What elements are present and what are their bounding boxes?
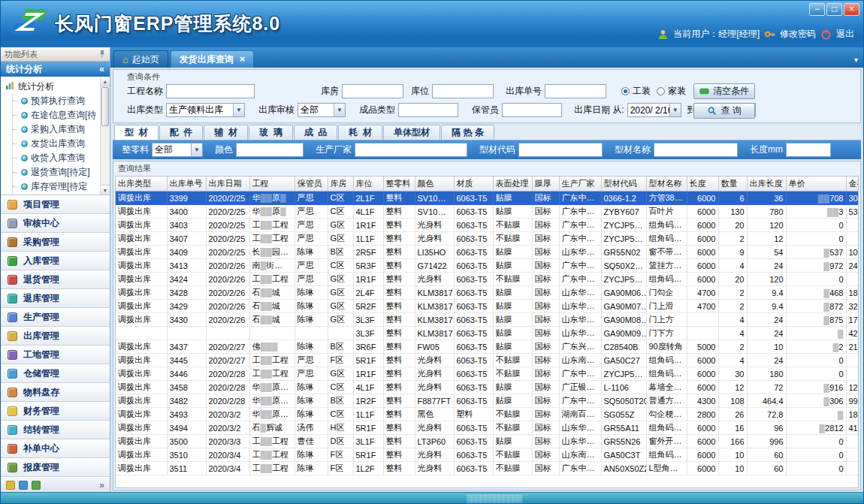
- column-header[interactable]: 出库日期: [206, 177, 249, 192]
- table-row[interactable]: 调拨出库35112020/3/4工▒▒工程陈琳F区1L2F整料光身料6063-T…: [116, 462, 859, 475]
- table-row[interactable]: 调拨出库35102020/3/4工▒▒工程陈琳F区5R1F整料光身料6063-T…: [116, 448, 859, 462]
- location-input[interactable]: [432, 84, 494, 98]
- column-header[interactable]: 表面处理: [493, 177, 532, 192]
- column-header[interactable]: 库位: [353, 177, 383, 192]
- material-tab[interactable]: 辅 材: [204, 125, 248, 140]
- sidebar-item[interactable]: 采购管理: [1, 233, 110, 252]
- scroll-down-icon[interactable]: ▼: [101, 185, 110, 195]
- project-name-input[interactable]: [166, 84, 255, 98]
- table-row[interactable]: 调拨出库34092020/2/25长▒▒园…陈琳B区2R5F整料LI35HO60…: [116, 246, 859, 259]
- tab-home[interactable]: ⌂起始页: [113, 50, 168, 68]
- table-row[interactable]: 调拨出库34582020/2/28华▒▒原…陈琳C区4L1F整料光身料6063-…: [116, 381, 859, 394]
- sidebar-item[interactable]: 报废管理: [1, 458, 110, 477]
- column-header[interactable]: 金额: [846, 177, 859, 192]
- profile-code-input[interactable]: [518, 143, 603, 157]
- column-header[interactable]: 出库单号: [167, 177, 206, 192]
- tree-item[interactable]: 库存管理[待定: [13, 180, 98, 194]
- column-header[interactable]: 生产厂家: [559, 177, 601, 192]
- out-type-combo[interactable]: 生产领料出库 ▼: [166, 103, 245, 117]
- table-row[interactable]: 调拨出库34282020/2/26石▒▒城陈琳G区2L4F整料KLM381760…: [116, 286, 859, 300]
- tree-item[interactable]: 发货出库查询: [13, 137, 98, 151]
- sidebar-item[interactable]: 出库管理: [1, 327, 110, 346]
- length-input[interactable]: [786, 143, 831, 157]
- column-header[interactable]: 工程: [249, 177, 295, 192]
- table-row[interactable]: 调拨出库34372020/2/27佛▒▒▒陈琳B区3R6F整料FW056063-…: [116, 340, 859, 354]
- close-button[interactable]: ×: [844, 3, 859, 16]
- minimize-button[interactable]: −: [809, 3, 825, 16]
- table-row[interactable]: 调拨出库34822020/2/28华▒▒原…陈琳B区1R2F整料F8877FT6…: [116, 394, 859, 408]
- material-tab[interactable]: 耗 材: [338, 125, 382, 140]
- chevron-down-icon[interactable]: ▼: [334, 104, 345, 116]
- chevron-down-icon[interactable]: ▼: [233, 104, 244, 116]
- chevron-down-icon[interactable]: ▼: [669, 104, 681, 116]
- table-row[interactable]: 调拨出库34462020/2/28工▒▒工程严思G区1R1F整料光身料6063-…: [116, 367, 859, 381]
- tree-scrollbar[interactable]: ▲ ▼: [100, 77, 110, 195]
- tree-root[interactable]: 统计分析: [5, 79, 98, 94]
- table-row[interactable]: 调拨出库34072020/2/25工▒▒工程严思G区1L1F整料光身料6063-…: [116, 232, 859, 246]
- product-type-input[interactable]: [398, 103, 458, 117]
- folder-icon[interactable]: [32, 481, 41, 490]
- chevron-down-icon[interactable]: ▼: [191, 143, 202, 156]
- tab-shipment-query[interactable]: 发货出库查询×: [171, 50, 255, 68]
- column-header[interactable]: 型材代码: [601, 177, 646, 192]
- column-header[interactable]: 库房: [328, 177, 353, 192]
- maximize-button[interactable]: □: [826, 3, 842, 16]
- column-header[interactable]: 颜色: [415, 177, 454, 192]
- sidebar-item[interactable]: 审核中心: [1, 214, 110, 233]
- scroll-up-icon[interactable]: ▲: [101, 77, 110, 86]
- date-from-picker[interactable]: 2020/ 2/16 ▼: [627, 103, 681, 117]
- sidebar-item[interactable]: 补单中心: [1, 439, 110, 458]
- tab-close-icon[interactable]: ×: [240, 56, 246, 63]
- radio-gongzhuang[interactable]: 工装: [621, 85, 651, 98]
- audit-combo[interactable]: 全部 ▼: [298, 103, 346, 117]
- material-tab[interactable]: 玻 璃: [249, 125, 293, 140]
- column-header[interactable]: 长度: [687, 177, 718, 192]
- table-row[interactable]: 调拨出库34132020/2/26南▒街…严思C区5R3F整料G71422606…: [116, 259, 859, 273]
- table-row[interactable]: 调拨出库34242020/2/26工▒▒工程严思G区1R1F整料光身料6063-…: [116, 273, 859, 286]
- search-button[interactable]: 查 询: [693, 103, 755, 119]
- sidebar-item[interactable]: 仓储管理: [1, 364, 110, 383]
- column-header[interactable]: 数量: [718, 177, 747, 192]
- column-header[interactable]: 整零料: [383, 177, 415, 192]
- column-header[interactable]: 材质: [454, 177, 493, 192]
- keeper-input[interactable]: [502, 103, 562, 117]
- logout-link[interactable]: 退出: [836, 28, 854, 41]
- scrollbar-thumb[interactable]: [101, 87, 109, 126]
- column-header[interactable]: 出库长度: [747, 177, 786, 192]
- column-header[interactable]: 出库类型: [116, 177, 167, 192]
- sidebar-section-statistics[interactable]: 统计分析 «: [1, 62, 110, 77]
- column-header[interactable]: 膜厚: [532, 177, 559, 192]
- sidebar-item[interactable]: 生产管理: [1, 308, 110, 327]
- sidebar-item[interactable]: 退货管理: [1, 270, 110, 289]
- sidebar-item[interactable]: 物料盘存: [1, 383, 110, 402]
- material-tab[interactable]: 成 品: [294, 125, 338, 140]
- material-tab[interactable]: 配 件: [159, 125, 204, 140]
- results-table-scroll[interactable]: 出库类型出库单号出库日期工程保管员库房库位整零料颜色材质表面处理膜厚生产厂家型材…: [115, 176, 859, 488]
- material-tab[interactable]: 型 材: [114, 125, 159, 140]
- collapse-icon[interactable]: «: [99, 64, 104, 74]
- table-row[interactable]: 3L3F整料KLM38176063-T5贴膜国标山东华…GA90M09…门下方4…: [116, 327, 859, 340]
- profile-name-input[interactable]: [654, 143, 738, 157]
- color-input[interactable]: [236, 143, 304, 157]
- material-tab[interactable]: 单体型材: [383, 125, 440, 140]
- table-row[interactable]: 调拨出库34302020/2/26石▒▒城陈琳G区3L3F整料KLM381760…: [116, 313, 859, 327]
- column-header[interactable]: 保管员: [295, 177, 328, 192]
- table-row[interactable]: 调拨出库33992020/2/25华▒▒原▒严思C区2L1F整料SV10…606…: [116, 192, 859, 205]
- monitor-icon[interactable]: [19, 481, 28, 490]
- sidebar-item[interactable]: 退库管理: [1, 289, 110, 308]
- tab-overflow-icon[interactable]: ▾: [854, 56, 858, 64]
- order-no-input[interactable]: [545, 84, 606, 98]
- clear-conditions-button[interactable]: 清空条件: [693, 83, 755, 99]
- chart-icon[interactable]: [6, 481, 15, 490]
- sidebar-item[interactable]: 结转管理: [1, 421, 110, 439]
- table-row[interactable]: 调拨出库34452020/2/27工▒▒工程严思F区5R1F整料光身料6063-…: [116, 354, 859, 367]
- tree-item[interactable]: 收货入库查询: [13, 151, 98, 165]
- table-row[interactable]: 调拨出库34942020/3/2石▒辉诚汤伟H区5R1F整料光身料6063-T5…: [116, 421, 859, 435]
- tree-item[interactable]: 退货查询[待定]: [13, 165, 98, 180]
- warehouse-input[interactable]: [342, 84, 403, 98]
- column-header[interactable]: 型材名称: [646, 177, 687, 192]
- change-password-link[interactable]: 修改密码: [780, 28, 816, 41]
- table-row[interactable]: 调拨出库35002020/3/3工▒▒工程曹佳D区3L1F整料LT3P60606…: [116, 435, 859, 448]
- table-row[interactable]: 调拨出库34932020/3/2华▒▒原…陈琳C区1L1F整料黑色塑料不贴膜国标…: [116, 408, 859, 421]
- tree-item[interactable]: 在途信息查询[待: [13, 108, 98, 122]
